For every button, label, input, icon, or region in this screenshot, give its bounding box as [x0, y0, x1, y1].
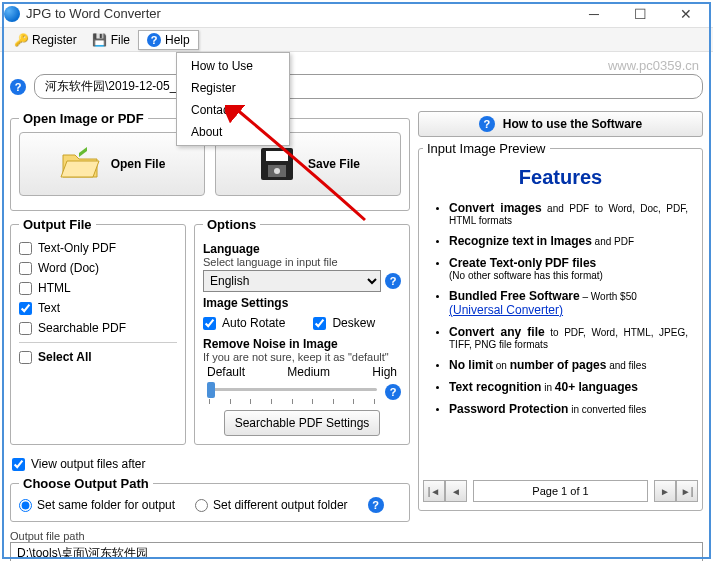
dropdown-about[interactable]: About [177, 121, 289, 143]
pager-next-button[interactable]: ► [654, 480, 676, 502]
key-icon: 🔑 [14, 33, 28, 47]
choose-output-fieldset: Choose Output Path Set same folder for o… [10, 476, 410, 522]
check-view-output-after[interactable]: View output files after [12, 455, 410, 474]
title-bar: JPG to Word Converter ─ ☐ ✕ [0, 0, 713, 28]
remove-noise-label: Remove Noise in Image [203, 337, 401, 351]
feature-item: Convert images and PDF to Word, Doc, PDF… [449, 201, 688, 226]
image-settings-label: Image Settings [203, 296, 401, 310]
preview-fieldset: Input Image Preview Features Convert ima… [418, 141, 703, 511]
pager: |◄ ◄ Page 1 of 1 ► ►| [423, 480, 698, 502]
check-text[interactable]: Text [19, 298, 177, 318]
preview-legend: Input Image Preview [423, 141, 550, 156]
radio-same-folder[interactable]: Set same folder for output [19, 498, 175, 512]
menu-help-label: Help [165, 33, 190, 47]
disk-icon: 💾 [93, 33, 107, 47]
close-button[interactable]: ✕ [663, 0, 709, 28]
feature-item: Convert any file to PDF, Word, HTML, JPE… [449, 325, 688, 350]
svg-point-3 [274, 168, 280, 174]
language-desc: Select language in input file [203, 256, 401, 268]
pager-last-button[interactable]: ►| [676, 480, 698, 502]
help-icon: ? [147, 33, 161, 47]
save-file-label: Save File [308, 157, 360, 171]
language-help-icon[interactable]: ? [385, 273, 401, 289]
dropdown-contact[interactable]: Contact [177, 99, 289, 121]
menu-help[interactable]: ? Help [138, 30, 199, 50]
output-path-input[interactable] [10, 542, 703, 561]
output-file-fieldset: Output File Text-Only PDF Word (Doc) HTM… [10, 217, 186, 445]
preview-body: Features Convert images and PDF to Word,… [423, 160, 698, 478]
features-title: Features [433, 166, 688, 189]
feature-item: Password Protection in converted files [449, 402, 688, 416]
menu-bar: 🔑 Register 💾 File ? Help [0, 28, 713, 52]
check-searchable-pdf[interactable]: Searchable PDF [19, 318, 177, 338]
language-label: Language [203, 242, 401, 256]
floppy-disk-icon [256, 143, 298, 185]
feature-item: Text recognition in 40+ languages [449, 380, 688, 394]
check-auto-rotate[interactable]: Auto Rotate [203, 313, 285, 333]
feature-item: No limit on number of pages and files [449, 358, 688, 372]
feature-item: Create Text-only PDF files(No other soft… [449, 256, 688, 281]
noise-slider[interactable] [203, 379, 381, 399]
language-select[interactable]: English [203, 270, 381, 292]
open-file-label: Open File [111, 157, 166, 171]
output-path-help-icon[interactable]: ? [368, 497, 384, 513]
dropdown-howto[interactable]: How to Use [177, 55, 289, 77]
choose-output-legend: Choose Output Path [19, 476, 153, 491]
searchable-pdf-settings-button[interactable]: Searchable PDF Settings [224, 410, 381, 436]
check-html[interactable]: HTML [19, 278, 177, 298]
check-deskew[interactable]: Deskew [313, 313, 375, 333]
feature-item: Recognize text in Images and PDF [449, 234, 688, 248]
output-file-legend: Output File [19, 217, 96, 232]
minimize-button[interactable]: ─ [571, 0, 617, 28]
howto-help-icon: ? [479, 116, 495, 132]
dropdown-register[interactable]: Register [177, 77, 289, 99]
app-icon [4, 6, 20, 22]
filepath-field: 河东软件园\2019-12-05_140227.png [34, 74, 703, 99]
pager-prev-button[interactable]: ◄ [445, 480, 467, 502]
slider-label-high: High [372, 365, 397, 379]
features-list: Convert images and PDF to Word, Doc, PDF… [433, 189, 688, 416]
window-title: JPG to Word Converter [26, 6, 571, 21]
pager-first-button[interactable]: |◄ [423, 480, 445, 502]
noise-help-icon[interactable]: ? [385, 384, 401, 400]
slider-label-medium: Medium [287, 365, 330, 379]
options-fieldset: Options Language Select language in inpu… [194, 217, 410, 445]
maximize-button[interactable]: ☐ [617, 0, 663, 28]
menu-register[interactable]: 🔑 Register [6, 31, 85, 49]
output-path-label: Output file path [10, 530, 703, 542]
folder-open-icon [59, 143, 101, 185]
howto-header-label: How to use the Software [503, 117, 642, 131]
feature-item: Bundled Free Software – Worth $50(Univer… [449, 289, 688, 317]
menu-register-label: Register [32, 33, 77, 47]
slider-label-default: Default [207, 365, 245, 379]
filepath-help-icon[interactable]: ? [10, 79, 26, 95]
pager-text: Page 1 of 1 [473, 480, 648, 502]
watermark: www.pc0359.cn [608, 58, 699, 73]
open-image-legend: Open Image or PDF [19, 111, 148, 126]
check-word-doc[interactable]: Word (Doc) [19, 258, 177, 278]
menu-file-label: File [111, 33, 130, 47]
svg-rect-1 [266, 151, 288, 161]
remove-noise-hint: If you are not sure, keep it as "default… [203, 351, 401, 363]
check-text-only-pdf[interactable]: Text-Only PDF [19, 238, 177, 258]
radio-diff-folder[interactable]: Set different output folder [195, 498, 348, 512]
help-dropdown: How to Use Register Contact About [176, 52, 290, 146]
howto-header[interactable]: ? How to use the Software [418, 111, 703, 137]
menu-file[interactable]: 💾 File [85, 31, 138, 49]
options-legend: Options [203, 217, 260, 232]
check-select-all[interactable]: Select All [19, 347, 177, 367]
